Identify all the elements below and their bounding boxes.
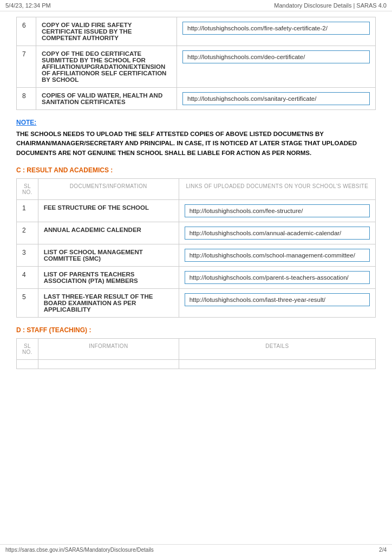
bottom-url: https://saras.cbse.gov.in/SARAS/Mandator… — [5, 547, 154, 553]
doc-name: LIST OF PARENTS TEACHERS ASSOCIATION (PT… — [38, 266, 179, 288]
col-d-information: INFORMATION — [38, 338, 179, 359]
row-num: 7 — [17, 46, 36, 88]
table-row: 8 COPIES OF VALID WATER, HEALTH AND SANI… — [17, 88, 376, 110]
row-num: 5 — [17, 288, 38, 317]
doc-name: FEE STRUCTURE OF THE SCHOOL — [38, 199, 179, 222]
link-value: http://lotushighschools.com/sanitary-cer… — [182, 92, 370, 105]
doc-link: http://lotushighschools.com/fire-safety-… — [177, 17, 376, 46]
link-value: http://lotushighschools.com/annual-acade… — [185, 227, 370, 240]
col-d-sl-no: SL NO. — [17, 338, 38, 359]
doc-link: http://lotushighschools.com/parent-s-tea… — [179, 266, 375, 288]
section-d-table: SL NO. INFORMATION DETAILS — [16, 338, 376, 369]
col-d-details: DETAILS — [179, 338, 375, 359]
table-row — [17, 359, 376, 369]
page-number: 2/4 — [379, 547, 387, 553]
table-row: 3 LIST OF SCHOOL MANAGEMENT COMMITTEE (S… — [17, 244, 376, 266]
table-row: 7 COPY OF THE DEO CERTIFICATE SUBMITTED … — [17, 46, 376, 88]
link-value: http://lotushighschools.com/fee-structur… — [185, 204, 370, 217]
table-row: 6 COPY OF VALID FIRE SAFETY CERTIFICATE … — [17, 17, 376, 46]
table-row: 1 FEE STRUCTURE OF THE SCHOOL http://lot… — [17, 199, 376, 222]
bottom-bar: https://saras.cbse.gov.in/SARAS/Mandator… — [0, 544, 392, 555]
top-bar: 5/4/23, 12:34 PM Mandatory Disclosure De… — [0, 0, 392, 11]
col-documents: DOCUMENTS/INFORMATION — [38, 178, 179, 199]
doc-link: http://lotushighschools.com/last-three-y… — [179, 288, 375, 317]
note-text: THE SCHOOLS NEEDS TO UPLOAD THE SELF ATT… — [16, 130, 376, 158]
doc-name: ANNUAL ACADEMIC CALENDER — [38, 222, 179, 244]
link-value: http://lotushighschools.com/fire-safety-… — [182, 22, 370, 35]
section-b-table: 6 COPY OF VALID FIRE SAFETY CERTIFICATE … — [16, 17, 376, 110]
section-d-header: D : STAFF (TEACHING) : — [16, 326, 376, 334]
row-num: 2 — [17, 222, 38, 244]
page-content: 6 COPY OF VALID FIRE SAFETY CERTIFICATE … — [0, 11, 392, 394]
col-links: LINKS OF UPLOADED DOCUMENTS ON YOUR SCHO… — [179, 178, 375, 199]
table-row: 4 LIST OF PARENTS TEACHERS ASSOCIATION (… — [17, 266, 376, 288]
doc-name: COPY OF THE DEO CERTIFICATE SUBMITTED BY… — [36, 46, 177, 88]
datetime: 5/4/23, 12:34 PM — [5, 2, 51, 9]
doc-link: http://lotushighschools.com/school-manag… — [179, 244, 375, 266]
link-value: http://lotushighschools.com/deo-certific… — [182, 50, 370, 63]
doc-link: http://lotushighschools.com/sanitary-cer… — [177, 88, 376, 110]
section-c-header: C : RESULT AND ACADEMICS : — [16, 166, 376, 174]
page-title: Mandatory Disclosure Details | SARAS 4.0 — [274, 2, 387, 9]
col-sl-no: SL NO. — [17, 178, 38, 199]
row-num: 3 — [17, 244, 38, 266]
note-label: NOTE: — [16, 119, 376, 126]
row-num: 8 — [17, 88, 36, 110]
link-value: http://lotushighschools.com/last-three-y… — [185, 293, 370, 306]
doc-link: http://lotushighschools.com/fee-structur… — [179, 199, 375, 222]
doc-name: LIST OF SCHOOL MANAGEMENT COMMITTEE (SMC… — [38, 244, 179, 266]
doc-link: http://lotushighschools.com/annual-acade… — [179, 222, 375, 244]
row-num: 6 — [17, 17, 36, 46]
section-c-table: SL NO. DOCUMENTS/INFORMATION LINKS OF UP… — [16, 178, 376, 318]
doc-name: COPIES OF VALID WATER, HEALTH AND SANITA… — [36, 88, 177, 110]
table-row: 2 ANNUAL ACADEMIC CALENDER http://lotush… — [17, 222, 376, 244]
note-section: NOTE: THE SCHOOLS NEEDS TO UPLOAD THE SE… — [16, 119, 376, 158]
row-num: 4 — [17, 266, 38, 288]
row-num: 1 — [17, 199, 38, 222]
link-value: http://lotushighschools.com/parent-s-tea… — [185, 271, 370, 284]
doc-name: COPY OF VALID FIRE SAFETY CERTIFICATE IS… — [36, 17, 177, 46]
link-value: http://lotushighschools.com/school-manag… — [185, 249, 370, 262]
doc-link: http://lotushighschools.com/deo-certific… — [177, 46, 376, 88]
doc-name: LAST THREE-YEAR RESULT OF THE BOARD EXAM… — [38, 288, 179, 317]
table-row: 5 LAST THREE-YEAR RESULT OF THE BOARD EX… — [17, 288, 376, 317]
